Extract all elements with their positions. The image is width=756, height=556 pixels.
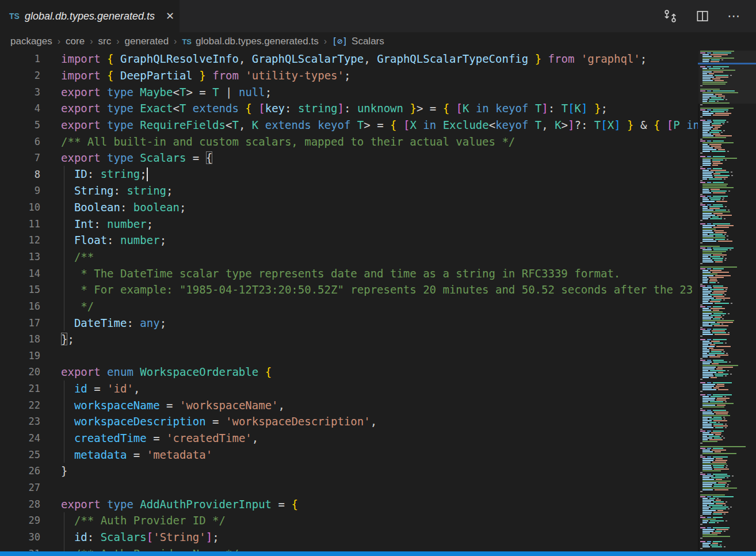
minimap-row <box>700 512 756 513</box>
line-number[interactable]: 2 <box>0 70 51 81</box>
code-line[interactable]: 9 String: string; <box>0 182 698 199</box>
minimap-row <box>700 493 756 494</box>
minimap-row <box>700 284 756 285</box>
code-line[interactable]: 22 workspaceName = 'workspaceName', <box>0 397 698 413</box>
minimap-row <box>700 486 756 487</box>
line-number[interactable]: 24 <box>0 432 51 444</box>
code-line[interactable]: 27 <box>0 479 698 496</box>
line-number[interactable]: 18 <box>0 333 51 345</box>
minimap-row <box>700 109 756 111</box>
breadcrumb-separator: › <box>174 36 177 47</box>
minimap-row <box>700 192 756 193</box>
line-number[interactable]: 25 <box>0 449 51 460</box>
code-line[interactable]: 14 * The DateTime scalar type represents… <box>0 265 698 281</box>
breadcrumb-item-global-db-types-generated-ts[interactable]: TSglobal.db.types.generated.ts <box>182 36 318 47</box>
line-number[interactable]: 7 <box>0 152 51 163</box>
breadcrumb-separator: › <box>116 36 119 47</box>
code-line[interactable]: 29 /** Auth Provider ID */ <box>0 512 698 529</box>
code-line[interactable]: 13 /** <box>0 249 698 265</box>
code-line[interactable]: 1import { GraphQLResolveInfo, GraphQLSca… <box>0 51 698 67</box>
line-number[interactable]: 13 <box>0 251 51 262</box>
code-line[interactable]: 7export type Scalars = { <box>0 150 698 166</box>
line-number[interactable]: 11 <box>0 218 51 230</box>
code-line[interactable]: 24 createdTime = 'createdTime', <box>0 430 698 447</box>
code-line[interactable]: 17 DateTime: any; <box>0 314 698 331</box>
breadcrumb-item-scalars[interactable]: [⊘]Scalars <box>332 36 384 47</box>
minimap-row <box>700 306 756 307</box>
code-editor[interactable]: 1import { GraphQLResolveInfo, GraphQLSca… <box>0 51 698 551</box>
code-line[interactable]: 3export type Maybe<T> = T | null; <box>0 83 698 100</box>
code-line[interactable]: 2import { DeepPartial } from 'utility-ty… <box>0 67 698 84</box>
minimap-row <box>700 346 756 347</box>
line-number[interactable]: 23 <box>0 416 51 427</box>
line-number[interactable]: 1 <box>0 53 51 64</box>
line-number[interactable]: 5 <box>0 119 51 131</box>
minimap-row <box>700 292 756 294</box>
breadcrumb-item-core[interactable]: core <box>66 36 85 47</box>
line-number[interactable]: 4 <box>0 102 51 114</box>
minimap-row <box>700 548 756 549</box>
code-line[interactable]: 10 Boolean: boolean; <box>0 199 698 216</box>
line-number[interactable]: 30 <box>0 531 51 543</box>
minimap[interactable] <box>698 51 756 551</box>
code-line[interactable]: 25 metadata = 'metadata' <box>0 446 698 463</box>
minimap-row <box>700 194 756 195</box>
minimap-row <box>700 253 756 254</box>
code-line[interactable]: 23 workspaceDescription = 'workspaceDesc… <box>0 413 698 430</box>
minimap-row <box>700 420 756 421</box>
minimap-row <box>700 127 756 128</box>
code-text: metadata = 'metadata' <box>51 448 212 461</box>
code-line[interactable]: 16 */ <box>0 298 698 315</box>
minimap-row <box>700 197 756 199</box>
split-editor-icon[interactable] <box>695 9 710 24</box>
line-number[interactable]: 16 <box>0 300 51 312</box>
line-number[interactable]: 21 <box>0 383 51 394</box>
minimap-row <box>700 462 756 463</box>
minimap-row <box>700 475 756 477</box>
code-line[interactable]: 18}; <box>0 331 698 348</box>
code-line[interactable]: 26} <box>0 463 698 479</box>
minimap-slider[interactable] <box>698 51 756 104</box>
line-number[interactable]: 9 <box>0 185 51 196</box>
line-number[interactable]: 8 <box>0 169 51 180</box>
minimap-row <box>700 498 756 499</box>
code-line[interactable]: 11 Int: number; <box>0 215 698 232</box>
minimap-row <box>700 353 756 354</box>
minimap-row <box>700 166 756 167</box>
code-line[interactable]: 28export type AddAuthProviderInput = { <box>0 496 698 512</box>
tab-close-icon[interactable]: ✕ <box>166 11 174 21</box>
line-number[interactable]: 10 <box>0 201 51 213</box>
line-number[interactable]: 29 <box>0 515 51 526</box>
code-line[interactable]: 5export type RequireFields<T, K extends … <box>0 117 698 134</box>
line-number[interactable]: 22 <box>0 399 51 411</box>
line-number[interactable]: 3 <box>0 86 51 98</box>
line-number[interactable]: 28 <box>0 498 51 510</box>
code-line[interactable]: 21 id = 'id', <box>0 380 698 397</box>
line-number[interactable]: 26 <box>0 465 51 477</box>
line-number[interactable]: 17 <box>0 317 51 329</box>
breadcrumb-item-src[interactable]: src <box>98 36 112 47</box>
open-changes-icon[interactable] <box>663 9 678 24</box>
line-number[interactable]: 27 <box>0 482 51 493</box>
line-number[interactable]: 6 <box>0 136 51 147</box>
line-number[interactable]: 19 <box>0 350 51 361</box>
line-number[interactable]: 15 <box>0 284 51 295</box>
breadcrumb-item-packages[interactable]: packages <box>10 36 52 47</box>
code-line[interactable]: 12 Float: number; <box>0 232 698 249</box>
line-number[interactable]: 20 <box>0 366 51 378</box>
line-number[interactable]: 12 <box>0 234 51 246</box>
minimap-row <box>700 311 756 313</box>
line-number[interactable]: 14 <box>0 268 51 279</box>
code-line[interactable]: 6/** All built-in and custom scalars, ma… <box>0 133 698 150</box>
code-line[interactable]: 20export enum WorkspaceOrderable { <box>0 364 698 380</box>
minimap-row <box>700 489 756 490</box>
code-line[interactable]: 19 <box>0 348 698 364</box>
code-line[interactable]: 8 ID: string; <box>0 166 698 182</box>
code-line[interactable]: 31 /** Auth Provider Name */ <box>0 545 698 551</box>
code-line[interactable]: 30 id: Scalars['String']; <box>0 529 698 546</box>
more-actions-icon[interactable]: ⋯ <box>727 9 741 24</box>
code-line[interactable]: 15 * For example: "1985-04-12T23:20:50.5… <box>0 281 698 298</box>
code-line[interactable]: 4export type Exact<T extends { [key: str… <box>0 100 698 117</box>
breadcrumb-item-generated[interactable]: generated <box>125 36 169 47</box>
tab-global-db-types-generated-ts[interactable]: TS global.db.types.generated.ts ✕ <box>0 0 180 32</box>
